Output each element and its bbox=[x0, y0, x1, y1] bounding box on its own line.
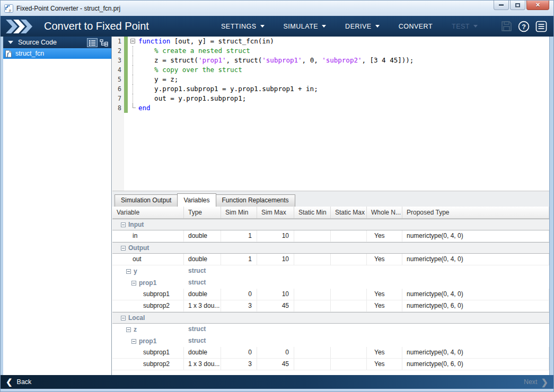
empty-cell bbox=[331, 265, 367, 277]
empty-cell bbox=[367, 277, 402, 289]
column-header-static-min[interactable]: Static Min bbox=[294, 207, 331, 218]
column-header-static-max[interactable]: Static Max bbox=[331, 207, 367, 218]
tree-view-icon[interactable] bbox=[99, 38, 109, 47]
whole-number-cell: Yes bbox=[367, 254, 402, 265]
sim-max-cell: 10 bbox=[257, 289, 294, 300]
code-line: 4 % copy over the struct bbox=[112, 65, 549, 75]
column-header-type[interactable]: Type bbox=[184, 207, 221, 218]
variable-row-out[interactable]: outdouble110Yesnumerictype(0, 4, 0) bbox=[112, 254, 549, 265]
column-header-sim-max[interactable]: Sim Max bbox=[257, 207, 294, 218]
code-text: y.prop1.subprop1 = y.prop1.subprop1 + in… bbox=[138, 84, 318, 94]
code-segment: out = y.prop1.subprop1; bbox=[138, 94, 246, 102]
sim-min-cell: 1 bbox=[221, 230, 257, 242]
sidebar-item-struct-fcn[interactable]: fstruct_fcn bbox=[3, 48, 111, 59]
collapse-icon[interactable] bbox=[131, 339, 136, 344]
sim-max-cell: 10 bbox=[257, 230, 294, 242]
variable-row-subprop1[interactable]: subprop1double010Yesnumerictype(0, 4, 0) bbox=[112, 289, 549, 300]
static-min-cell bbox=[294, 230, 331, 242]
variable-row-subprop2[interactable]: subprop21 x 3 dou...345Yesnumerictype(0,… bbox=[112, 359, 549, 370]
collapse-icon[interactable] bbox=[126, 327, 131, 332]
fold-guide bbox=[133, 75, 133, 84]
code-editor[interactable]: 1function [out, y] = struct_fcn(in)2 % c… bbox=[112, 37, 549, 191]
menu-simulate[interactable]: SIMULATE bbox=[284, 23, 327, 30]
variable-cell: prop1 bbox=[112, 277, 184, 289]
close-button[interactable]: ✕ bbox=[526, 1, 549, 10]
section-row-output[interactable]: Output bbox=[112, 242, 549, 254]
source-code-header[interactable]: Source Code bbox=[3, 37, 111, 48]
empty-cell bbox=[331, 277, 367, 289]
empty-cell bbox=[257, 324, 294, 335]
menu-icon[interactable] bbox=[535, 21, 547, 32]
minimize-button[interactable] bbox=[494, 1, 509, 10]
fold-guide bbox=[133, 94, 133, 103]
collapse-icon[interactable] bbox=[126, 269, 131, 274]
titlebar: fi Fixed-Point Converter - struct_fcn.pr… bbox=[1, 1, 553, 16]
variable-cell: subprop2 bbox=[112, 359, 184, 370]
static-max-cell bbox=[331, 359, 367, 370]
variable-name: y bbox=[134, 266, 137, 277]
static-max-cell bbox=[331, 230, 367, 242]
code-line: 6 y.prop1.subprop1 = y.prop1.subprop1 + … bbox=[112, 84, 549, 94]
empty-cell bbox=[257, 335, 294, 347]
help-icon[interactable]: ? bbox=[518, 21, 530, 32]
code-segment: % create a nested struct bbox=[138, 47, 250, 55]
collapse-icon[interactable] bbox=[131, 281, 136, 286]
code-segment: % copy over the struct bbox=[138, 66, 242, 74]
column-header-proposed-type[interactable]: Proposed Type bbox=[402, 207, 549, 218]
variable-row-subprop1[interactable]: subprop1double00Yesnumerictype(0, 4, 0) bbox=[112, 347, 549, 359]
source-file-list: fstruct_fcn bbox=[3, 48, 111, 59]
collapse-icon[interactable] bbox=[121, 316, 126, 320]
menu-settings[interactable]: SETTINGS bbox=[221, 23, 265, 30]
column-header-variable[interactable]: Variable bbox=[112, 207, 184, 218]
back-button[interactable]: ❮ Back bbox=[6, 377, 31, 387]
bottom-panel-tabs: Simulation OutputVariablesFunction Repla… bbox=[112, 191, 549, 207]
section-row-local[interactable]: Local bbox=[112, 312, 549, 324]
tab-variables[interactable]: Variables bbox=[177, 193, 216, 207]
app-window: fi Fixed-Point Converter - struct_fcn.pr… bbox=[0, 0, 554, 392]
code-segment: y = z; bbox=[138, 75, 178, 83]
struct-row-z[interactable]: zstruct bbox=[112, 324, 549, 335]
column-header-sim-min[interactable]: Sim Min bbox=[221, 207, 257, 218]
proposed-type-cell: numerictype(0, 6, 0) bbox=[402, 300, 549, 312]
tab-simulation-output[interactable]: Simulation Output bbox=[115, 194, 178, 207]
static-max-cell bbox=[331, 300, 367, 312]
menu-test: TEST bbox=[452, 23, 478, 30]
variable-row-in[interactable]: indouble110Yesnumerictype(0, 4, 0) bbox=[112, 230, 549, 242]
coverage-bar bbox=[124, 46, 128, 56]
variable-cell: z bbox=[112, 324, 184, 335]
struct-row-y[interactable]: ystruct bbox=[112, 265, 549, 277]
column-header-whole-n[interactable]: Whole N... bbox=[367, 207, 402, 218]
struct-row-prop1[interactable]: prop1struct bbox=[112, 335, 549, 347]
type-cell: double bbox=[184, 289, 221, 300]
static-min-cell bbox=[294, 359, 331, 370]
code-text: end bbox=[138, 103, 151, 113]
variable-cell: subprop1 bbox=[112, 289, 184, 300]
maximize-button[interactable] bbox=[510, 1, 525, 10]
collapse-icon[interactable] bbox=[121, 246, 126, 251]
menu-convert[interactable]: CONVERT bbox=[399, 23, 433, 30]
fold-toggle-icon[interactable] bbox=[130, 39, 135, 43]
type-cell: double bbox=[184, 254, 221, 265]
type-cell: struct bbox=[184, 277, 221, 289]
menu-derive[interactable]: DERIVE bbox=[345, 23, 380, 30]
empty-cell bbox=[402, 277, 549, 289]
collapse-icon[interactable] bbox=[121, 222, 126, 227]
menu-label: SETTINGS bbox=[221, 23, 257, 30]
empty-cell bbox=[294, 277, 331, 289]
line-number: 5 bbox=[112, 75, 124, 84]
code-segment: 'subprop1' bbox=[262, 56, 302, 64]
code-line: 7 out = y.prop1.subprop1; bbox=[112, 94, 549, 103]
section-row-input[interactable]: Input bbox=[112, 219, 549, 230]
fold-column bbox=[128, 56, 138, 65]
code-segment: , 0, bbox=[302, 56, 322, 64]
variable-row-subprop2[interactable]: subprop21 x 3 dou...345Yesnumerictype(0,… bbox=[112, 300, 549, 312]
tab-function-replacements[interactable]: Function Replacements bbox=[216, 194, 295, 207]
sim-min-cell: 0 bbox=[221, 289, 257, 300]
struct-row-prop1[interactable]: prop1struct bbox=[112, 277, 549, 289]
code-segment: , [3 4 45])); bbox=[362, 56, 414, 64]
empty-cell bbox=[257, 265, 294, 277]
svg-text:fi: fi bbox=[9, 8, 11, 12]
list-view-icon[interactable] bbox=[87, 38, 98, 47]
proposed-type-cell: numerictype(0, 4, 0) bbox=[402, 230, 549, 242]
fold-column bbox=[128, 37, 138, 46]
